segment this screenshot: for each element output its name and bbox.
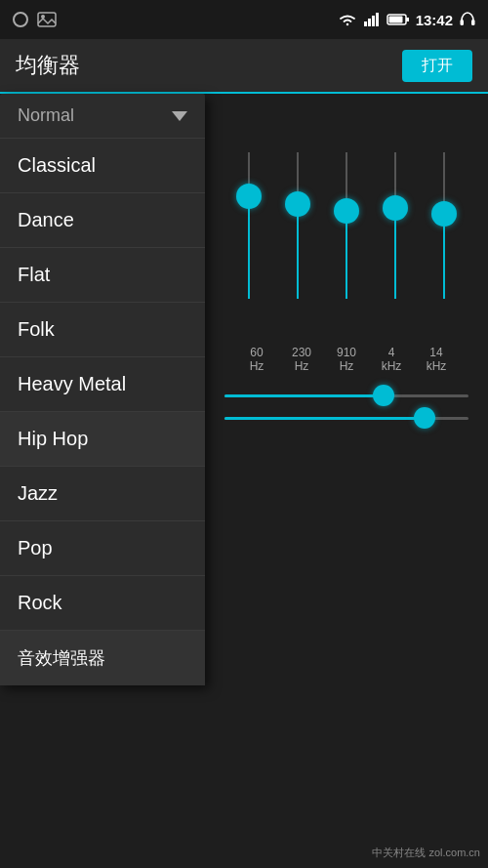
eq-band-230hz-thumb[interactable] [285,191,310,217]
dropdown-item-pop[interactable]: Pop [0,521,205,576]
svg-rect-10 [461,20,465,25]
svg-rect-9 [388,17,402,23]
freq-label-14khz: 14 kHz [422,346,451,373]
dropdown-item-flat[interactable]: Flat [0,248,205,303]
horizontal-sliders [205,377,488,457]
top-bar: 均衡器 打开 [0,39,488,94]
eq-band-60hz-fill [248,196,250,299]
treble-slider-fill [224,417,425,420]
bass-slider-row [224,394,468,397]
eq-band-60hz[interactable] [234,152,264,328]
eq-band-910hz[interactable] [332,152,361,328]
dropdown-item-folk[interactable]: Folk [0,303,205,357]
dropdown-menu: Normal Classical Dance Flat Folk Heavy M… [0,94,205,685]
bass-slider-fill [224,394,384,397]
eq-band-910hz-track [346,152,347,299]
dropdown-item-heavy-metal[interactable]: Heavy Metal [0,357,205,412]
vertical-sliders [224,123,468,338]
dropdown-item-classical[interactable]: Classical [0,139,205,193]
eq-band-14khz[interactable] [429,152,459,328]
status-bar: 13:42 [0,0,488,39]
freq-label-230hz: 230 Hz [287,346,316,373]
svg-rect-5 [372,16,375,26]
image-icon [37,12,57,27]
wifi-icon [338,12,357,27]
bass-slider-thumb[interactable] [373,385,394,406]
equalizer-area: 60 Hz 230 Hz 910 Hz 4 kHz 14 kHz [205,94,488,868]
frequency-labels: 60 Hz 230 Hz 910 Hz 4 kHz 14 kHz [232,342,461,377]
svg-rect-3 [364,21,367,26]
status-left-icons [12,11,57,28]
dropdown-item-sound-enhancer[interactable]: 音效增强器 [0,631,205,685]
eq-band-14khz-track [443,152,445,299]
svg-rect-4 [368,19,371,26]
chevron-down-icon [172,111,187,121]
bass-slider[interactable] [224,394,468,397]
eq-band-14khz-fill [443,214,445,299]
battery-icon [386,13,410,26]
treble-slider-thumb[interactable] [414,407,435,429]
toggle-button[interactable]: 打开 [402,50,472,82]
eq-band-4khz[interactable] [381,152,410,328]
svg-point-0 [14,13,27,26]
watermark: 中关村在线 zol.com.cn [372,846,480,860]
dropdown-normal-label: Normal [18,105,74,126]
dropdown-item-hip-hop[interactable]: Hip Hop [0,412,205,467]
eq-band-230hz-fill [297,204,299,300]
circle-icon [12,11,29,28]
dropdown-item-normal[interactable]: Normal [0,94,205,139]
time-display: 13:42 [416,12,453,28]
eq-band-14khz-thumb[interactable] [431,201,457,227]
dropdown-item-rock[interactable]: Rock [0,576,205,631]
eq-band-230hz[interactable] [283,152,312,328]
eq-band-60hz-track [248,152,250,299]
freq-label-60hz: 60 Hz [242,346,271,373]
eq-band-910hz-fill [346,211,347,299]
freq-label-910hz: 910 Hz [332,346,361,373]
headphone-icon [459,11,476,28]
treble-slider[interactable] [224,417,468,420]
eq-band-4khz-track [394,152,396,299]
eq-band-4khz-thumb[interactable] [383,195,408,221]
eq-band-4khz-fill [394,208,396,299]
status-right-icons: 13:42 [338,11,476,28]
svg-rect-8 [406,18,409,21]
freq-label-4khz: 4 kHz [377,346,406,373]
eq-band-60hz-thumb[interactable] [236,184,262,209]
treble-slider-row [224,417,468,420]
eq-band-910hz-thumb[interactable] [334,198,359,224]
signal-icon [363,12,381,27]
main-content: 音效增强器 Normal Classical Dance Flat Folk H… [0,94,488,868]
svg-rect-11 [471,20,475,25]
dropdown-item-dance[interactable]: Dance [0,193,205,248]
svg-rect-6 [376,13,379,26]
page-title: 均衡器 [16,51,80,80]
eq-band-230hz-track [297,152,299,299]
dropdown-item-jazz[interactable]: Jazz [0,467,205,521]
svg-rect-1 [38,13,56,26]
